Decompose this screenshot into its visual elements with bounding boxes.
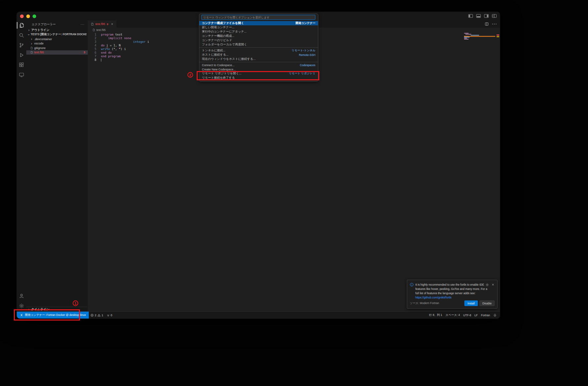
settings-gear-icon[interactable] xyxy=(17,301,26,311)
disable-button[interactable]: Disable xyxy=(479,300,495,306)
overview-error-mark xyxy=(497,35,499,36)
code-token: (*, *) i xyxy=(110,47,126,51)
account-icon[interactable] xyxy=(17,291,26,301)
extensions-icon[interactable] xyxy=(17,60,26,70)
toggle-secondary-sidebar-icon[interactable] xyxy=(484,14,489,18)
chevron-right-icon: › xyxy=(30,42,33,45)
explorer-icon[interactable] xyxy=(17,20,26,30)
quick-pick-item[interactable]: 現在のウィンドウをホストに接続する... xyxy=(199,57,318,61)
cursor-position[interactable]: 行 8、列 1 xyxy=(428,313,444,317)
gear-icon[interactable] xyxy=(485,283,489,287)
customize-layout-icon[interactable] xyxy=(492,14,497,18)
section-outline[interactable]: › アウトライン xyxy=(26,28,88,32)
code-token xyxy=(101,37,108,40)
quick-pick-item[interactable]: フォルダーをローカルで再度開く xyxy=(199,42,318,47)
toggle-primary-sidebar-icon[interactable] xyxy=(468,14,473,18)
run-debug-icon[interactable] xyxy=(17,50,26,60)
remote-indicator[interactable]: 開発コンテナー: Fortran Docker @ desktop-linux xyxy=(17,312,89,319)
ports-indicator[interactable]: 0 xyxy=(105,314,114,317)
overview-warning-mark xyxy=(497,36,499,37)
close-tab-icon[interactable] xyxy=(111,23,113,25)
chevron-down-icon: › xyxy=(27,34,31,36)
close-window-button[interactable] xyxy=(20,14,24,18)
close-icon[interactable] xyxy=(491,283,495,287)
tab-test-f95[interactable]: test.f95 3 xyxy=(88,20,116,28)
quick-pick-separator xyxy=(199,62,318,62)
install-button[interactable]: Install xyxy=(464,300,478,306)
encoding[interactable]: UTF-8 xyxy=(462,314,473,317)
minimap-line xyxy=(464,38,467,39)
quick-pick-item[interactable]: コンテナー構成ファイルを開く開発コンテナー xyxy=(199,21,318,25)
quick-pick-list: コンテナー構成ファイルを開く開発コンテナー新しい開発コンテナー...実行中のコン… xyxy=(199,21,318,80)
more-actions-icon[interactable]: ··· xyxy=(81,23,85,26)
file-icon xyxy=(92,28,95,32)
source-control-icon[interactable] xyxy=(17,40,26,50)
quick-pick-item[interactable]: コンテナー機能の構成... xyxy=(199,34,318,38)
quick-pick-item[interactable]: リモート接続を終了する xyxy=(199,76,318,80)
more-actions-icon[interactable]: ··· xyxy=(492,21,497,27)
tree-item-label: .devcontainer xyxy=(34,38,52,41)
quick-pick-item[interactable]: トンネルに接続...リモート-トンネル xyxy=(199,48,318,53)
line-number: 4 xyxy=(88,44,101,47)
toast-body: It is highly recommended to use the fort… xyxy=(407,280,497,300)
code-token: , xyxy=(115,44,119,47)
code-token: = xyxy=(108,44,113,47)
section-timeline[interactable]: › タイムライン xyxy=(26,307,88,312)
language-mode[interactable]: Fortran xyxy=(479,314,492,317)
tree-item-test-f95[interactable]: test.f953 xyxy=(26,50,88,55)
problems-indicator[interactable]: 2 1 xyxy=(89,314,105,317)
tree-item-gitignore[interactable]: gitignore xyxy=(26,46,88,50)
tree-item-label: test.f95 xyxy=(34,51,44,54)
quick-pick-item[interactable]: Create New Codespace... xyxy=(199,67,318,71)
tab-label: test.f95 xyxy=(95,22,105,26)
quick-pick-item[interactable]: 新しい開発コンテナー... xyxy=(199,25,318,30)
radio-tower-icon xyxy=(107,314,110,317)
tree-item-label: gitignore xyxy=(34,46,46,50)
minimap[interactable] xyxy=(464,33,495,46)
tree-item-vscode[interactable]: ›vscode xyxy=(26,41,88,46)
quick-pick-item[interactable]: コンテナーのリビルド xyxy=(199,38,318,42)
toast-message-text: It is highly recommended to use the fort… xyxy=(415,283,487,295)
toast-controls xyxy=(485,283,495,287)
ports-count: 0 xyxy=(111,314,112,317)
tree-item-devcontainer[interactable]: ›.devcontainer xyxy=(26,37,88,41)
quick-pick-item[interactable]: リモート リポジトリを開く...リモート リポジトリ xyxy=(199,71,318,76)
quick-pick-item-label: リモート接続を終了する xyxy=(202,76,235,80)
notifications-bell-icon[interactable] xyxy=(492,314,498,317)
minimap-line xyxy=(465,34,471,35)
breadcrumb-file: test.f95 xyxy=(96,28,106,32)
remote-label: 開発コンテナー: Fortran Docker @ desktop-linux xyxy=(25,313,86,317)
remote-icon xyxy=(20,313,23,317)
quick-pick-item[interactable]: 実行中のコンテナーにアタッチ... xyxy=(199,30,318,34)
code-token: test xyxy=(113,33,122,37)
file-tree: ›.devcontainer›vscodegitignoretest.f953 xyxy=(26,37,88,55)
quick-pick-item-label: 実行中のコンテナーにアタッチ... xyxy=(202,30,247,34)
split-editor-icon[interactable] xyxy=(485,22,489,26)
problems-badge: 3 xyxy=(84,51,85,54)
traffic-lights xyxy=(20,14,36,18)
minimap-line xyxy=(464,37,470,38)
zoom-window-button[interactable] xyxy=(33,14,36,18)
warning-icon xyxy=(97,314,101,317)
section-workspace[interactable]: › TEST3 [開発コンテナー: FORTRAN DOCKER @ DES..… xyxy=(26,32,88,37)
code-token: end program xyxy=(101,55,121,58)
toast-link[interactable]: https://github.com/gnikit/fortls xyxy=(415,296,452,299)
toast-footer: ソース: Modern Fortran Install Disable xyxy=(410,300,495,306)
error-count: 2 xyxy=(95,314,96,317)
remote-explorer-icon[interactable] xyxy=(17,70,26,80)
chevron-right-icon: › xyxy=(28,28,30,32)
line-number: 5 xyxy=(88,47,101,51)
quick-pick-item-label: 現在のウィンドウをホストに接続する... xyxy=(202,57,256,61)
quick-pick-item[interactable]: ホストに接続する...Remote-SSH xyxy=(199,53,318,57)
code-token: i xyxy=(145,40,149,44)
quick-pick-input[interactable] xyxy=(201,15,315,20)
chevron-right-icon: › xyxy=(30,37,33,41)
minimize-window-button[interactable] xyxy=(26,14,30,18)
eol-indicator[interactable]: LF xyxy=(473,314,479,317)
search-icon[interactable] xyxy=(17,30,26,40)
quick-pick-item[interactable]: Connect to Codespace...Codespaces xyxy=(199,63,318,67)
line-number: 8 xyxy=(88,58,101,62)
code-token: integer xyxy=(133,40,146,44)
toggle-panel-icon[interactable] xyxy=(476,14,481,18)
indentation[interactable]: スペース: 4 xyxy=(444,313,462,317)
